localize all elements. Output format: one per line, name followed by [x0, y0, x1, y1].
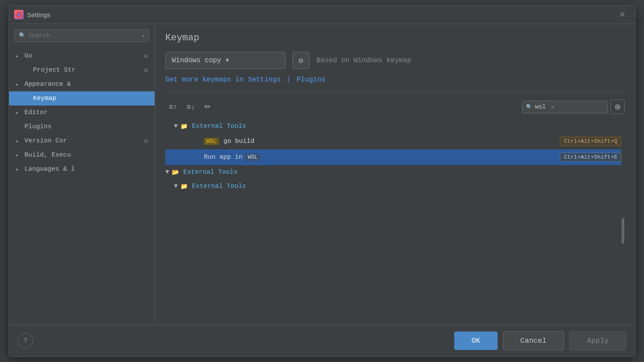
- sidebar-search-input[interactable]: [28, 32, 139, 39]
- divider: [165, 92, 625, 93]
- scrollbar-track: [621, 119, 625, 316]
- keymap-search-bar[interactable]: 🔍 wsl ✕: [522, 101, 608, 113]
- sidebar: 🔍 ▾ ▶ Go ⊡ Project Str ⊡: [9, 24, 155, 325]
- tree-row-label: External Tools: [192, 123, 246, 130]
- copy-icon: ⊡: [144, 53, 148, 60]
- filter-icon: ⊕: [614, 103, 621, 111]
- sidebar-label-appearance: Appearance &: [24, 81, 71, 88]
- keymap-link-line: Get more keymaps in Settings | Plugins: [165, 76, 625, 84]
- tree-row-label: External Tools: [192, 183, 246, 190]
- chevron-icon: ▶: [16, 82, 22, 87]
- cancel-button[interactable]: Cancel: [503, 331, 564, 350]
- dropdown-arrow-icon: ▼: [225, 57, 229, 64]
- sidebar-search-box[interactable]: 🔍 ▾: [14, 29, 149, 42]
- apply-button[interactable]: Apply: [569, 331, 626, 350]
- dialog-body: 🔍 ▾ ▶ Go ⊡ Project Str ⊡: [9, 24, 635, 325]
- sidebar-item-appearance[interactable]: ▶ Appearance &: [9, 77, 155, 91]
- help-button[interactable]: ?: [18, 333, 33, 349]
- chevron-down-icon: ▼: [174, 123, 178, 130]
- scrollbar-thumb: [622, 218, 624, 244]
- expand-all-icon: ≡↑: [169, 103, 177, 111]
- main-content: Keymap Windows copy ▼ ⚙ Based on Windows…: [155, 24, 635, 325]
- gear-button[interactable]: ⚙: [292, 52, 310, 69]
- ok-button[interactable]: OK: [454, 332, 497, 350]
- filter-button[interactable]: ⊕: [611, 100, 625, 114]
- tree-row-label: Run app in: [204, 154, 243, 161]
- wsl-badge-selected: WSL: [245, 154, 260, 161]
- chevron-icon: ▶: [16, 110, 22, 115]
- title-left: Settings: [14, 10, 50, 19]
- search-clear-button[interactable]: ✕: [551, 103, 554, 111]
- sidebar-label-go: Go: [24, 52, 32, 60]
- dialog-title: Settings: [27, 11, 50, 18]
- sidebar-label-languages: Languages & l: [24, 166, 75, 173]
- sidebar-label-version-cor: Version Cor: [24, 137, 67, 145]
- tree-row-ext-tools-2[interactable]: ▼ 📂 External Tools: [165, 165, 625, 179]
- chevron-icon: ▶: [16, 54, 22, 59]
- tree-row-wsl-go-build[interactable]: WSL go build Ctrl+Alt+Shift+Q: [165, 133, 625, 149]
- keymap-toolbar: ≡↑ ≡↓ ✏ 🔍 wsl ✕ ⊕: [165, 100, 625, 114]
- keymap-dropdown-value: Windows copy: [172, 57, 221, 64]
- folder-icon: 📁: [180, 183, 188, 190]
- wsl-badge: WSL: [204, 138, 219, 145]
- search-icon: 🔍: [19, 32, 26, 39]
- copy-icon: ⊡: [144, 67, 148, 74]
- chevron-down-icon: ▼: [165, 169, 169, 176]
- folder-icon: 📂: [172, 169, 179, 176]
- shortcut-badge-selected: Ctrl+Alt+Shift+E: [560, 153, 621, 162]
- collapse-all-icon: ≡↓: [187, 103, 195, 111]
- copy-icon: ⊡: [144, 138, 148, 145]
- sidebar-item-project-str[interactable]: Project Str ⊡: [9, 63, 155, 77]
- sidebar-item-editor[interactable]: ▶ Editor: [9, 106, 155, 120]
- based-on-text: Based on Windows keymap: [316, 57, 411, 64]
- gear-icon: ⚙: [299, 56, 304, 65]
- keymap-tree-list: ▼ 📁 External Tools WSL go build Ctrl+Alt…: [165, 119, 625, 316]
- chevron-icon: ▶: [16, 153, 22, 158]
- tree-row-ext-tools-1[interactable]: ▼ 📁 External Tools: [165, 119, 625, 133]
- tree-row-label: External Tools: [183, 169, 237, 176]
- chevron-down-icon: ▼: [174, 183, 178, 190]
- sidebar-label-project-str: Project Str: [33, 66, 76, 74]
- search-bar-icon: 🔍: [526, 104, 532, 110]
- chevron-icon: ▶: [16, 167, 22, 172]
- sidebar-label-keymap: Keymap: [33, 95, 56, 102]
- chevron-icon: ▶: [16, 139, 22, 144]
- app-icon: [14, 10, 24, 19]
- sidebar-item-go[interactable]: ▶ Go ⊡: [9, 49, 155, 63]
- sidebar-label-build-execu: Build, Execu: [24, 151, 71, 159]
- sidebar-label-plugins: Plugins: [24, 123, 52, 130]
- tree-row-run-app-wsl[interactable]: Run app in WSL Ctrl+Alt+Shift+E: [165, 149, 625, 165]
- sidebar-item-version-cor[interactable]: ▶ Version Cor ⊡: [9, 134, 155, 148]
- settings-dialog: Settings ✕ 🔍 ▾ ▶ Go ⊡ Proje: [9, 5, 635, 357]
- tree-row-label: go build: [223, 138, 254, 145]
- close-button[interactable]: ✕: [617, 10, 628, 19]
- keymap-dropdown[interactable]: Windows copy ▼: [165, 52, 286, 69]
- folder-icon: 📁: [180, 123, 188, 130]
- dialog-footer: ? OK Cancel Apply: [9, 325, 635, 356]
- get-more-keymaps-link[interactable]: Get more keymaps in Settings | Plugins: [165, 76, 325, 84]
- collapse-all-button[interactable]: ≡↓: [183, 100, 199, 114]
- search-caret-icon: ▾: [142, 33, 145, 39]
- section-title: Keymap: [165, 33, 625, 43]
- title-bar: Settings ✕: [9, 6, 635, 24]
- sidebar-item-keymap[interactable]: Keymap: [9, 91, 155, 106]
- sidebar-item-plugins[interactable]: Plugins: [9, 120, 155, 134]
- help-icon: ?: [24, 337, 27, 345]
- shortcut-badge: Ctrl+Alt+Shift+Q: [560, 137, 621, 146]
- keymap-top: Windows copy ▼ ⚙ Based on Windows keymap: [165, 52, 625, 69]
- edit-button[interactable]: ✏: [201, 100, 214, 114]
- sidebar-item-languages[interactable]: ▶ Languages & l: [9, 162, 155, 176]
- sidebar-item-build-execu[interactable]: ▶ Build, Execu: [9, 148, 155, 162]
- tree-row-ext-tools-3[interactable]: ▼ 📁 External Tools: [165, 179, 625, 193]
- expand-all-button[interactable]: ≡↑: [165, 100, 181, 114]
- edit-icon: ✏: [204, 103, 211, 111]
- search-bar-value: wsl: [535, 103, 546, 110]
- svg-point-2: [18, 14, 20, 15]
- sidebar-items: ▶ Go ⊡ Project Str ⊡ ▶ Appearance &: [9, 47, 155, 325]
- sidebar-label-editor: Editor: [24, 109, 48, 116]
